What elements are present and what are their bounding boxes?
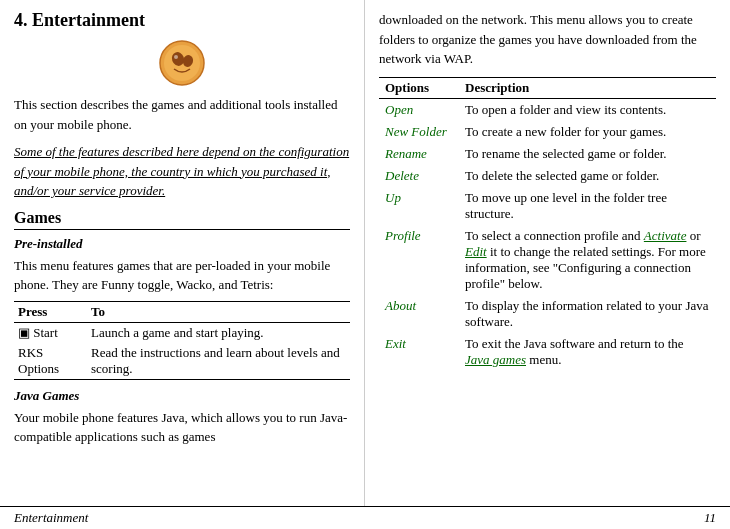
section-intro: This section describes the games and add… [14, 95, 350, 134]
options-col-header: Options [379, 77, 459, 98]
content-area: 4. Entertainment This section describes … [0, 0, 730, 506]
option-name-cell: Up [379, 187, 459, 225]
press-col-header: Press [14, 301, 87, 322]
java-text: Your mobile phone features Java, which a… [14, 408, 350, 447]
option-description-cell: To display the information related to yo… [459, 295, 716, 333]
press-table: Press To ▣ StartLaunch a game and start … [14, 301, 350, 380]
option-name-cell: About [379, 295, 459, 333]
options-table-row: OpenTo open a folder and view its conten… [379, 98, 716, 121]
left-column: 4. Entertainment This section describes … [0, 0, 365, 506]
page-container: 4. Entertainment This section describes … [0, 0, 730, 529]
option-description-cell: To rename the selected game or folder. [459, 143, 716, 165]
footer-right: 11 [704, 510, 716, 526]
activate-link[interactable]: Activate [644, 228, 687, 243]
game-icon [158, 39, 206, 87]
option-description-cell: To delete the selected game or folder. [459, 165, 716, 187]
options-table: Options Description OpenTo open a folder… [379, 77, 716, 371]
to-cell: Read the instructions and learn about le… [87, 343, 350, 380]
option-name-cell: New Folder [379, 121, 459, 143]
press-table-row: ▣ StartLaunch a game and start playing. [14, 322, 350, 343]
option-name-cell: Delete [379, 165, 459, 187]
edit-link[interactable]: Edit [465, 244, 487, 259]
description-col-header: Description [459, 77, 716, 98]
options-table-row: ProfileTo select a connection profile an… [379, 225, 716, 295]
preinstalled-text: This menu features games that are per-lo… [14, 256, 350, 295]
options-table-row: ExitTo exit the Java software and return… [379, 333, 716, 371]
option-description-cell: To move up one level in the folder tree … [459, 187, 716, 225]
option-description-cell: To open a folder and view its contents. [459, 98, 716, 121]
preinstalled-heading: Pre-installed [14, 236, 350, 252]
java-heading: Java Games [14, 388, 350, 404]
footer-left: Entertainment [14, 510, 88, 526]
option-name-cell: Exit [379, 333, 459, 371]
right-intro: downloaded on the network. This menu all… [379, 10, 716, 69]
option-description-cell: To select a connection profile and Activ… [459, 225, 716, 295]
options-table-row: DeleteTo delete the selected game or fol… [379, 165, 716, 187]
page-title: 4. Entertainment [14, 10, 350, 31]
option-name-cell: Rename [379, 143, 459, 165]
to-col-header: To [87, 301, 350, 322]
option-description-cell: To create a new folder for your games. [459, 121, 716, 143]
options-table-row: RenameTo rename the selected game or fol… [379, 143, 716, 165]
press-cell: RKS Options [14, 343, 87, 380]
options-table-row: New FolderTo create a new folder for you… [379, 121, 716, 143]
option-description-cell: To exit the Java software and return to … [459, 333, 716, 371]
press-cell: ▣ Start [14, 322, 87, 343]
press-table-row: RKS OptionsRead the instructions and lea… [14, 343, 350, 380]
footer: Entertainment 11 [0, 506, 730, 529]
java-games-link[interactable]: Java games [465, 352, 526, 367]
games-heading: Games [14, 209, 350, 230]
options-table-row: UpTo move up one level in the folder tre… [379, 187, 716, 225]
option-name-cell: Profile [379, 225, 459, 295]
to-cell: Launch a game and start playing. [87, 322, 350, 343]
svg-point-4 [174, 55, 178, 59]
right-column: downloaded on the network. This menu all… [365, 0, 730, 506]
options-table-row: AboutTo display the information related … [379, 295, 716, 333]
italic-note: Some of the features described here depe… [14, 142, 350, 201]
option-name-cell: Open [379, 98, 459, 121]
